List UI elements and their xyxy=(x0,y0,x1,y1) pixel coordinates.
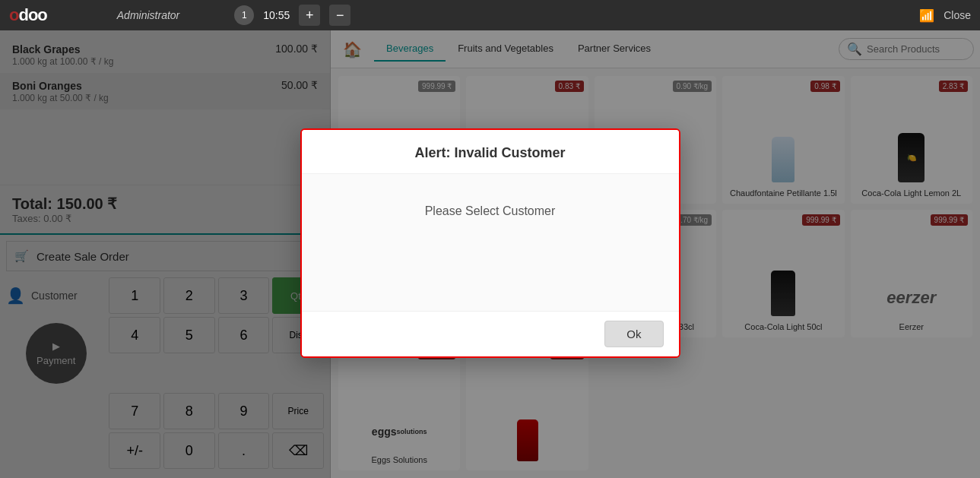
modal-footer: Ok xyxy=(302,310,679,356)
session-badge: 1 xyxy=(234,5,254,25)
odoo-logo: odoo xyxy=(9,5,47,25)
modal-title: Alert: Invalid Customer xyxy=(320,144,661,160)
main-area: Black Grapes 100.00 ₹ 1.000 kg at 100.00… xyxy=(0,30,980,478)
alert-modal: Alert: Invalid Customer Please Select Cu… xyxy=(300,128,680,357)
time-label: 10:55 xyxy=(263,9,290,21)
modal-body: Please Select Customer xyxy=(302,173,679,310)
wifi-icon: 📶 xyxy=(919,8,934,23)
modal-message: Please Select Customer xyxy=(320,204,661,217)
close-button[interactable]: Close xyxy=(944,9,971,21)
admin-label: Administrator xyxy=(117,9,179,21)
ok-button[interactable]: Ok xyxy=(604,320,663,347)
add-session-button[interactable]: + xyxy=(299,5,320,26)
topbar: odoo Administrator 1 10:55 + − 📶 Close xyxy=(0,0,980,30)
minus-session-button[interactable]: − xyxy=(329,5,350,26)
modal-header: Alert: Invalid Customer xyxy=(302,129,679,173)
